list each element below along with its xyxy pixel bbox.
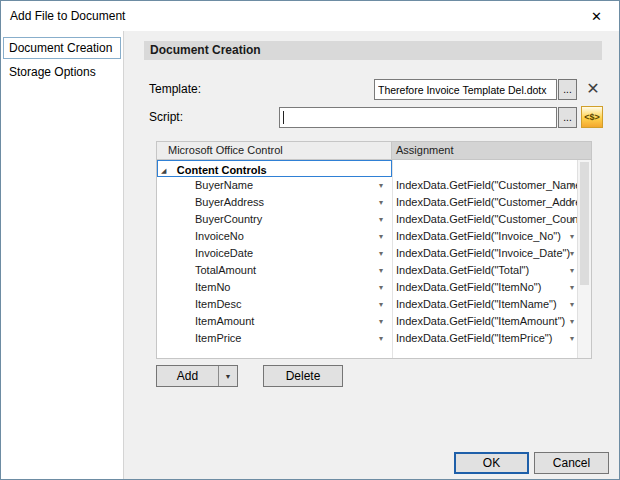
titlebar[interactable]: Add File to Document ✕: [1, 1, 619, 31]
table-row[interactable]: BuyerAddress ▾ IndexData.GetField("Custo…: [157, 194, 577, 211]
group-row-content-controls[interactable]: ◢ Content Controls: [157, 160, 577, 177]
script-editor-icon[interactable]: <$>: [581, 106, 603, 128]
template-clear-icon[interactable]: ✕: [581, 78, 605, 100]
control-name: ItemPrice: [195, 332, 241, 344]
assignment-value: IndexData.GetField("ItemName"): [396, 298, 557, 310]
table-row[interactable]: ItemNo ▾ IndexData.GetField("ItemNo") ▾: [157, 279, 577, 296]
delete-button[interactable]: Delete: [263, 365, 343, 387]
control-dropdown-icon[interactable]: ▾: [379, 313, 383, 330]
template-browse-button[interactable]: ...: [558, 79, 577, 100]
add-dropdown-icon[interactable]: ▼: [218, 366, 237, 386]
ok-button[interactable]: OK: [454, 452, 529, 474]
assignment-dropdown-icon[interactable]: ▾: [570, 177, 574, 194]
script-label: Script:: [149, 107, 183, 128]
table-scrollbar[interactable]: [577, 160, 591, 358]
close-button[interactable]: ✕: [574, 1, 619, 31]
assignment-dropdown-icon[interactable]: ▾: [570, 279, 574, 296]
control-name: TotalAmount: [195, 264, 256, 276]
assignment-dropdown-icon[interactable]: ▾: [570, 245, 574, 262]
template-input[interactable]: [374, 79, 557, 100]
assignment-value: IndexData.GetField("ItemAmount"): [396, 315, 565, 327]
group-label: Content Controls: [177, 164, 267, 176]
control-name: InvoiceNo: [195, 230, 244, 242]
assignment-value: IndexData.GetField("Customer_Country"): [396, 213, 577, 225]
table-body: ◢ Content Controls BuyerName ▾ IndexData…: [157, 160, 577, 358]
assignment-dropdown-icon[interactable]: ▾: [570, 313, 574, 330]
assignment-value: IndexData.GetField("Customer_Name"): [396, 179, 577, 191]
template-label: Template:: [149, 79, 201, 100]
column-header-control[interactable]: Microsoft Office Control: [157, 142, 392, 159]
text-caret: [283, 111, 284, 124]
sidebar: Document Creation Storage Options: [1, 31, 123, 479]
table-row[interactable]: ItemDesc ▾ IndexData.GetField("ItemName"…: [157, 296, 577, 313]
table-header: Microsoft Office Control Assignment: [157, 142, 591, 160]
control-dropdown-icon[interactable]: ▾: [379, 245, 383, 262]
control-name: BuyerAddress: [195, 196, 264, 208]
table-row[interactable]: ItemAmount ▾ IndexData.GetField("ItemAmo…: [157, 313, 577, 330]
control-dropdown-icon[interactable]: ▾: [379, 330, 383, 347]
assignment-dropdown-icon[interactable]: ▾: [570, 228, 574, 245]
section-header: Document Creation: [144, 41, 602, 60]
add-button[interactable]: Add ▼: [156, 365, 238, 387]
control-name: InvoiceDate: [195, 247, 253, 259]
control-dropdown-icon[interactable]: ▾: [379, 194, 383, 211]
control-name: BuyerName: [195, 179, 253, 191]
mapping-table: Microsoft Office Control Assignment ◢ Co…: [156, 141, 592, 359]
control-name: ItemAmount: [195, 315, 254, 327]
sidebar-item-document-creation[interactable]: Document Creation: [3, 37, 121, 59]
control-dropdown-icon[interactable]: ▾: [379, 177, 383, 194]
control-dropdown-icon[interactable]: ▾: [379, 262, 383, 279]
assignment-value: IndexData.GetField("Total"): [396, 264, 529, 276]
script-browse-button[interactable]: ...: [558, 107, 577, 128]
dialog-add-file-to-document: Add File to Document ✕ Document Creation…: [0, 0, 620, 480]
expand-icon[interactable]: ◢: [161, 167, 166, 174]
scrollbar-thumb[interactable]: [580, 162, 589, 285]
close-icon: ✕: [591, 9, 602, 24]
column-header-assignment[interactable]: Assignment: [392, 142, 591, 159]
table-row[interactable]: BuyerCountry ▾ IndexData.GetField("Custo…: [157, 211, 577, 228]
control-dropdown-icon[interactable]: ▾: [379, 279, 383, 296]
grid-rows: BuyerName ▾ IndexData.GetField("Customer…: [157, 177, 577, 347]
assignment-value: IndexData.GetField("Invoice_No"): [396, 230, 561, 242]
cancel-button[interactable]: Cancel: [534, 452, 609, 474]
control-dropdown-icon[interactable]: ▾: [379, 211, 383, 228]
assignment-dropdown-icon[interactable]: ▾: [570, 262, 574, 279]
assignment-dropdown-icon[interactable]: ▾: [570, 194, 574, 211]
assignment-value: IndexData.GetField("ItemPrice"): [396, 332, 552, 344]
assignment-value: IndexData.GetField("ItemNo"): [396, 281, 541, 293]
control-dropdown-icon[interactable]: ▾: [379, 228, 383, 245]
assignment-value: IndexData.GetField("Invoice_Date"): [396, 247, 570, 259]
control-dropdown-icon[interactable]: ▾: [379, 296, 383, 313]
control-name: ItemNo: [195, 281, 230, 293]
assignment-dropdown-icon[interactable]: ▾: [570, 296, 574, 313]
sidebar-item-storage-options[interactable]: Storage Options: [3, 61, 121, 83]
table-row[interactable]: TotalAmount ▾ IndexData.GetField("Total"…: [157, 262, 577, 279]
table-row[interactable]: BuyerName ▾ IndexData.GetField("Customer…: [157, 177, 577, 194]
control-name: BuyerCountry: [195, 213, 262, 225]
control-name: ItemDesc: [195, 298, 241, 310]
window-title: Add File to Document: [1, 9, 574, 23]
main-panel: Document Creation Template: ... ✕ Script…: [124, 31, 618, 478]
assignment-value: IndexData.GetField("Customer_Address"): [396, 196, 577, 208]
table-row[interactable]: InvoiceNo ▾ IndexData.GetField("Invoice_…: [157, 228, 577, 245]
table-row[interactable]: InvoiceDate ▾ IndexData.GetField("Invoic…: [157, 245, 577, 262]
add-button-label[interactable]: Add: [157, 366, 218, 386]
script-input[interactable]: [279, 107, 557, 128]
assignment-dropdown-icon[interactable]: ▾: [570, 330, 574, 347]
table-row[interactable]: ItemPrice ▾ IndexData.GetField("ItemPric…: [157, 330, 577, 347]
assignment-dropdown-icon[interactable]: ▾: [570, 211, 574, 228]
